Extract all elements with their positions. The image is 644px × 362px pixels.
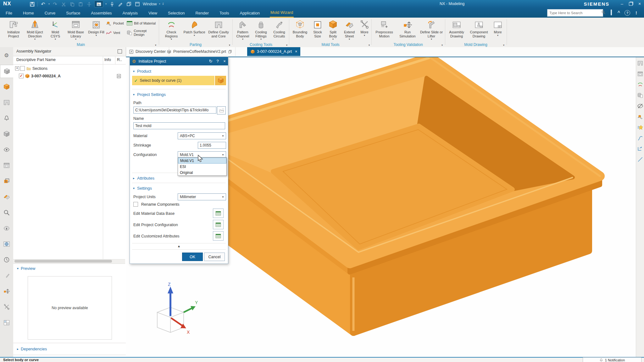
column-descriptive-part-name[interactable]: Descriptive Part Name (16, 58, 56, 62)
settings-section-header[interactable]: ▾ Settings (133, 186, 152, 191)
history-icon[interactable] (0, 253, 13, 266)
group-dialog-arrow[interactable]: ▾ (369, 44, 370, 47)
layout-icon[interactable] (0, 316, 13, 329)
minimize-button[interactable]: – (618, 0, 626, 8)
menu-tools[interactable]: Tools (219, 9, 230, 17)
initialize-project-button[interactable]: Initialize Project (4, 19, 23, 42)
web-browser-icon[interactable] (0, 238, 13, 250)
copy-icon[interactable] (69, 1, 75, 7)
search-input[interactable] (547, 11, 600, 15)
group-dialog-arrow[interactable]: ▾ (229, 44, 230, 47)
new-feature-icon[interactable] (636, 123, 644, 132)
preview-section-header[interactable]: ▾ Preview (17, 266, 35, 271)
attributes-section-header[interactable]: ▸ Attributes (133, 176, 154, 181)
tree-row-sections[interactable]: + Sections (13, 65, 126, 72)
cooling-circuits-button[interactable]: Cooling Circuits (270, 19, 288, 42)
menu-mold-wizard[interactable]: Mold Wizard (270, 8, 294, 18)
window-menu[interactable]: Window (143, 2, 157, 6)
pattern-channel-button[interactable]: Pattern Channel▾ (234, 19, 252, 42)
preprocess-motion-button[interactable]: Preprocess Motion (373, 19, 396, 42)
define-cavity-core-button[interactable]: Define Cavity and Core (206, 19, 231, 42)
check-regions-button[interactable]: Check Regions▾ (160, 19, 183, 42)
mold-eject-direction-button[interactable]: Mold Eject Direction▾ (23, 19, 47, 42)
dialog-title-bar[interactable]: ⚙ Initialize Project ↻ ? × (130, 57, 228, 65)
tab-3-007-000224-a[interactable]: 3-007-000224_A.prt × (247, 47, 300, 56)
color-palette-icon[interactable] (0, 269, 13, 282)
tab-premiere-coffee-machine[interactable]: PremiereCoffeeMachineV2.prt (164, 47, 236, 56)
ok-button[interactable]: OK (182, 253, 203, 261)
select-body-prompt[interactable]: ✓ Select body or curve (1) (132, 76, 214, 85)
microphone-icon[interactable] (109, 1, 115, 7)
name-input[interactable] (133, 122, 225, 129)
group-dialog-arrow[interactable]: ▾ (503, 44, 504, 47)
part-navigator-icon[interactable] (0, 96, 13, 109)
rename-components-checkbox[interactable] (133, 202, 138, 207)
group-dialog-arrow[interactable]: ▾ (286, 44, 287, 47)
mold-base-navigator-icon[interactable] (0, 159, 13, 172)
patch-surface-button[interactable]: Patch Surface▾ (183, 19, 205, 42)
cascade-windows-icon[interactable] (126, 1, 132, 7)
dependencies-section-header[interactable]: ▸ Dependencies (17, 347, 47, 351)
stock-wrench-icon[interactable] (636, 112, 644, 121)
dialog-help-icon[interactable]: ? (214, 59, 221, 64)
extend-sheet-button[interactable]: Extend Sheet▾ (341, 19, 358, 42)
fullscreen-icon[interactable] (611, 10, 612, 15)
mold-drawing-more-button[interactable]: More▾ (491, 19, 505, 42)
notifications-icon[interactable] (0, 112, 13, 125)
mold-part-icon[interactable] (636, 58, 644, 68)
save-icon[interactable] (29, 1, 35, 7)
undo-icon[interactable]: ↶ (40, 1, 46, 7)
menu-application[interactable]: Application (239, 9, 260, 17)
material-combo[interactable]: ABS+PC ▾ (178, 132, 226, 139)
vent-button[interactable]: Vent (106, 29, 125, 36)
sections-checkbox[interactable] (20, 66, 25, 71)
split-body-button[interactable]: Split Body▾ (325, 19, 341, 42)
capture-image-icon[interactable] (94, 1, 103, 8)
window-menu-arrow[interactable]: ▾ (159, 3, 160, 5)
edit-material-button[interactable] (213, 209, 224, 218)
navigator-scrollbar-thumb[interactable] (14, 260, 112, 263)
corner-tool-icon[interactable] (636, 144, 644, 153)
option-esi[interactable]: ESI (178, 164, 226, 170)
close-button[interactable]: × (635, 0, 644, 8)
select-body-button[interactable] (215, 76, 226, 85)
product-section-header[interactable]: ▾ Product (133, 69, 151, 74)
expand-icon[interactable]: + (15, 66, 19, 70)
shrinkage-input[interactable] (198, 142, 226, 149)
constraint-navigator-icon[interactable] (0, 81, 13, 93)
edit-project-button[interactable] (213, 220, 224, 229)
stock-size-button[interactable]: Stock Size (310, 19, 325, 42)
region-color-icon[interactable] (0, 175, 13, 187)
menu-curve[interactable]: Curve (44, 9, 56, 17)
pin-tab-icon[interactable] (228, 50, 232, 54)
line-tool-icon[interactable] (636, 155, 644, 164)
collapse-dialog-arrow[interactable]: ▲ (130, 244, 228, 248)
dialog-close-icon[interactable]: × (221, 59, 228, 64)
hide-icon[interactable] (636, 101, 644, 111)
group-dialog-arrow[interactable]: ▾ (155, 44, 156, 47)
unused-items-icon[interactable] (0, 128, 13, 140)
menu-home[interactable]: Home (22, 9, 35, 17)
close-tab-icon[interactable]: × (295, 49, 297, 54)
check-regions-small-icon[interactable] (636, 80, 644, 89)
information-icon[interactable] (0, 222, 13, 235)
menu-assemblies[interactable]: Assemblies (90, 9, 112, 17)
design-fill-button[interactable]: Design Fill▾ (88, 19, 104, 42)
component-drawing-button[interactable]: Component Drawing (468, 19, 490, 42)
notification-badge[interactable]: 1 Notification (583, 357, 641, 362)
menu-selection[interactable]: Selection (167, 9, 185, 17)
group-dialog-arrow[interactable]: ▾ (441, 44, 443, 47)
menu-analysis[interactable]: Analysis (122, 9, 138, 17)
define-slide-lifter-button[interactable]: Define Slide or Lifter▾ (419, 19, 444, 42)
dialog-reset-icon[interactable]: ↻ (207, 59, 214, 64)
spline-tool-icon[interactable] (636, 133, 644, 143)
pocket-button[interactable]: Pocket (106, 19, 125, 27)
alerts-icon[interactable]: ! (636, 10, 637, 15)
mold-csys-button[interactable]: Mold CSYS▾ (47, 19, 64, 42)
panel-maximize-icon[interactable] (118, 49, 122, 53)
qat-customize-arrow[interactable]: ▾ (163, 3, 164, 6)
cut-icon[interactable] (60, 1, 67, 7)
cooling-fittings-button[interactable]: Cooling Fittings▾ (252, 19, 270, 42)
cancel-button[interactable]: Cancel (204, 253, 225, 261)
project-units-combo[interactable]: Millimeter ▾ (178, 193, 226, 200)
